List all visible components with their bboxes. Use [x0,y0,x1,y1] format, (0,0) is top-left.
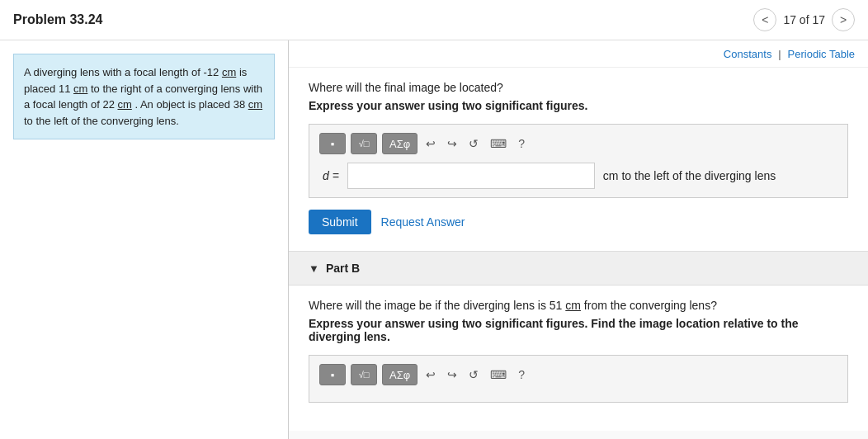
part-b-answer-container: ▪ √□ ΑΣφ ↩ ↪ ↺ ⌨ ? [309,355,848,403]
part-a-question: Where will the final image be located? [309,81,848,94]
part-a-instruction: Express your answer using two significan… [309,99,848,112]
part-b-matrix-icon: ▪ [331,369,335,381]
undo-icon[interactable]: ↩ [422,135,439,152]
main-layout: A diverging lens with a focal length of … [0,40,868,439]
part-b-symbol-label: ΑΣφ [389,369,410,381]
symbol-button[interactable]: ΑΣφ [382,133,417,154]
part-b-matrix-button[interactable]: ▪ [319,364,346,385]
redo-icon[interactable]: ↪ [444,135,460,152]
part-b-arrow-icon: ▼ [309,262,319,275]
part-b-keyboard-icon[interactable]: ⌨ [487,366,510,383]
part-b-sqrt-button[interactable]: √□ [351,364,377,385]
next-button[interactable]: > [832,8,855,31]
help-icon[interactable]: ? [515,135,528,152]
input-label: d = [323,169,339,182]
right-panel: Constants | Periodic Table Where will th… [289,40,868,439]
part-a-content: Where will the final image be located? E… [289,68,868,251]
part-b-reset-icon[interactable]: ↺ [465,366,482,383]
part-a-section: Where will the final image be located? E… [289,68,868,251]
problem-text: A diverging lens with a focal length of … [24,66,262,127]
part-a-answer-container: ▪ √□ ΑΣφ ↩ ↪ ↺ ⌨ ? [309,124,848,198]
part-b-undo-icon[interactable]: ↩ [422,366,439,383]
part-b-symbol-button[interactable]: ΑΣφ [382,364,417,385]
links-separator: | [778,48,781,60]
submit-button[interactable]: Submit [309,210,371,234]
chevron-right-icon: > [840,13,847,26]
part-a-actions: Submit Request Answer [309,210,848,234]
part-b-toolbar: ▪ √□ ΑΣφ ↩ ↪ ↺ ⌨ ? [319,364,837,385]
navigation-controls: < 17 of 17 > [753,8,855,31]
request-answer-link[interactable]: Request Answer [381,215,465,229]
part-b-sqrt-icon: √□ [359,370,370,380]
links-bar: Constants | Periodic Table [289,40,868,68]
part-b-redo-icon[interactable]: ↪ [444,366,460,383]
constants-link[interactable]: Constants [724,48,772,60]
header: Problem 33.24 < 17 of 17 > [0,0,868,40]
part-b-header[interactable]: ▼ Part B [289,251,868,286]
part-b-content: Where will the image be if the diverging… [289,286,868,431]
part-b-help-icon[interactable]: ? [515,366,528,383]
keyboard-icon[interactable]: ⌨ [487,135,510,152]
reset-icon[interactable]: ↺ [465,135,482,152]
unit-label: cm to the left of the diverging lens [603,169,776,182]
symbol-label: ΑΣφ [389,138,410,150]
part-a-input-row: d = cm to the left of the diverging lens [319,163,837,189]
left-panel: A diverging lens with a focal length of … [0,40,289,439]
sqrt-icon: √□ [359,139,370,149]
problem-description: A diverging lens with a focal length of … [13,54,275,139]
prev-button[interactable]: < [753,8,776,31]
matrix-icon: ▪ [331,138,335,150]
part-b-question: Where will the image be if the diverging… [309,299,848,312]
part-a-input[interactable] [347,163,595,189]
part-b-label: Part B [326,262,360,275]
problem-title: Problem 33.24 [13,12,103,27]
chevron-left-icon: < [762,13,768,26]
part-b-instruction: Express your answer using two significan… [309,317,848,343]
periodic-table-link[interactable]: Periodic Table [788,48,855,60]
part-a-toolbar: ▪ √□ ΑΣφ ↩ ↪ ↺ ⌨ ? [319,133,837,154]
problem-counter: 17 of 17 [783,13,825,26]
matrix-button[interactable]: ▪ [319,133,346,154]
sqrt-button[interactable]: √□ [351,133,377,154]
